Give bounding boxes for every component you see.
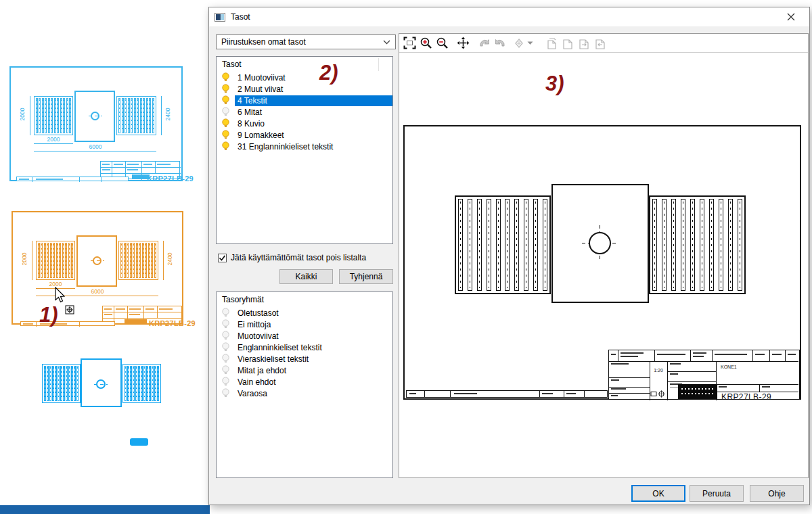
layers-list-header: Tasot bbox=[217, 57, 392, 72]
group-row[interactable]: Ei mittoja bbox=[217, 319, 392, 330]
clear-button[interactable]: Tyhjennä bbox=[339, 269, 393, 284]
dim-line bbox=[163, 241, 164, 280]
layer-row-label[interactable]: 1 Muotoviivat bbox=[235, 72, 288, 83]
ok-button[interactable]: OK bbox=[631, 485, 685, 502]
company-logo bbox=[678, 384, 717, 399]
slat bbox=[38, 243, 40, 278]
all-button[interactable]: Kaikki bbox=[279, 269, 333, 284]
close-button[interactable] bbox=[778, 7, 804, 26]
group-row-label[interactable]: Mitat ja ehdot bbox=[235, 365, 289, 376]
layer-row[interactable]: 1 Muotoviivat bbox=[217, 72, 392, 83]
group-row-label[interactable]: Muotoviivat bbox=[235, 331, 281, 342]
copy-page-icon[interactable] bbox=[576, 36, 592, 51]
title-block: 1:20 KONE1 bbox=[608, 350, 800, 400]
group-row[interactable]: Mitat ja ehdot bbox=[217, 365, 392, 376]
slat bbox=[719, 199, 723, 291]
dim-line bbox=[32, 241, 32, 280]
hide-unused-checkbox-row[interactable]: Jätä käyttämättömät tasot pois listalta bbox=[218, 253, 366, 262]
part-left-wing bbox=[42, 364, 81, 403]
layer-off-bulb-icon[interactable] bbox=[221, 388, 230, 398]
slat bbox=[60, 366, 62, 401]
copy-page-icon[interactable] bbox=[592, 36, 608, 51]
layer-row[interactable]: 2 Muut viivat bbox=[217, 83, 392, 95]
group-row-label[interactable]: Varaosa bbox=[235, 388, 270, 399]
group-row-label[interactable]: Vain ehdot bbox=[235, 377, 279, 388]
slat bbox=[681, 199, 685, 291]
layer-on-bulb-icon[interactable] bbox=[221, 118, 230, 128]
zoom-out-icon[interactable] bbox=[434, 36, 450, 51]
dim-label: 6000 bbox=[64, 288, 131, 295]
group-row[interactable]: Vain ehdot bbox=[217, 376, 392, 388]
part-right-wing bbox=[122, 364, 161, 403]
layer-off-bulb-icon[interactable] bbox=[221, 107, 230, 117]
group-row-label[interactable]: Vieraskieliset tekstit bbox=[235, 354, 311, 365]
slat bbox=[55, 366, 57, 401]
slat bbox=[62, 243, 64, 278]
slat bbox=[124, 243, 126, 278]
center-target-icon[interactable] bbox=[513, 36, 525, 51]
group-row-label[interactable]: Oletustasot bbox=[235, 308, 281, 319]
group-row-label[interactable]: Ei mittoja bbox=[235, 319, 273, 330]
zoom-in-icon[interactable] bbox=[418, 36, 434, 51]
layer-off-bulb-icon[interactable] bbox=[221, 354, 230, 364]
layers-list[interactable]: Tasot 1 Muotoviivat 2 Muut viivat 4 Teks… bbox=[216, 56, 393, 244]
slat bbox=[54, 98, 56, 133]
slat bbox=[69, 98, 71, 133]
zoom-window-icon[interactable] bbox=[401, 36, 418, 51]
copy-page-icon[interactable] bbox=[560, 36, 576, 51]
revision-strip bbox=[406, 390, 608, 398]
layer-row-label[interactable]: 8 Kuvio bbox=[235, 118, 267, 129]
layer-row[interactable]: 9 Lomakkeet bbox=[217, 129, 392, 141]
rotate-right-icon[interactable] bbox=[492, 36, 508, 51]
group-row[interactable]: Vieraskieliset tekstit bbox=[217, 353, 392, 365]
slat bbox=[487, 199, 491, 291]
slat bbox=[543, 199, 547, 291]
slat bbox=[477, 199, 482, 291]
layer-row[interactable]: 4 Tekstit bbox=[217, 95, 392, 106]
slat bbox=[143, 366, 145, 401]
dim-label: 2000 bbox=[34, 136, 73, 143]
group-row-label[interactable]: Englanninkieliset tekstit bbox=[235, 342, 325, 353]
layer-row-label[interactable]: 31 Englanninkieliset tekstit bbox=[235, 141, 336, 152]
layer-groups-list[interactable]: Tasoryhmät Oletustasot Ei mittoja Muotov… bbox=[216, 291, 393, 478]
layer-row[interactable]: 8 Kuvio bbox=[217, 118, 392, 129]
rotate-left-icon[interactable] bbox=[476, 36, 492, 51]
part-right-wing bbox=[116, 96, 156, 135]
help-button[interactable]: Ohje bbox=[750, 485, 804, 502]
layer-on-bulb-icon[interactable] bbox=[221, 84, 230, 94]
slat bbox=[127, 366, 129, 401]
dropdown-caret-icon[interactable] bbox=[525, 36, 535, 51]
slat bbox=[671, 199, 676, 291]
copy-page-icon[interactable] bbox=[543, 36, 560, 51]
layer-on-bulb-icon[interactable] bbox=[221, 141, 230, 151]
highlighted-cell bbox=[125, 319, 147, 323]
layer-off-bulb-icon[interactable] bbox=[221, 308, 230, 318]
layer-row-label[interactable]: 4 Tekstit bbox=[235, 95, 392, 106]
layer-row[interactable]: 6 Mitat bbox=[217, 106, 392, 118]
dialog-titlebar[interactable]: Tasot bbox=[209, 7, 809, 26]
layer-off-bulb-icon[interactable] bbox=[221, 331, 230, 341]
slat bbox=[146, 366, 148, 401]
layer-on-bulb-icon[interactable] bbox=[221, 130, 230, 140]
layer-on-bulb-icon[interactable] bbox=[221, 95, 230, 106]
checkbox[interactable] bbox=[218, 254, 227, 262]
layer-row-label[interactable]: 2 Muut viivat bbox=[235, 84, 286, 95]
group-row[interactable]: Englanninkieliset tekstit bbox=[217, 342, 392, 353]
group-row[interactable]: Oletustasot bbox=[217, 307, 392, 319]
group-row[interactable]: Muotoviivat bbox=[217, 330, 392, 342]
slat bbox=[140, 98, 142, 133]
layer-off-bulb-icon[interactable] bbox=[221, 377, 230, 387]
pan-icon[interactable] bbox=[455, 36, 471, 51]
layer-scope-dropdown[interactable]: Piirustuksen omat tasot bbox=[216, 34, 396, 49]
cancel-button[interactable]: Peruuta bbox=[690, 485, 744, 502]
layer-off-bulb-icon[interactable] bbox=[221, 365, 230, 375]
layer-row-label[interactable]: 6 Mitat bbox=[235, 107, 265, 118]
slat bbox=[66, 366, 68, 401]
close-icon bbox=[787, 13, 795, 21]
layer-off-bulb-icon[interactable] bbox=[221, 319, 230, 329]
group-row[interactable]: Varaosa bbox=[217, 388, 392, 399]
layer-off-bulb-icon[interactable] bbox=[221, 342, 230, 352]
layer-row[interactable]: 31 Englanninkieliset tekstit bbox=[217, 141, 392, 152]
layer-on-bulb-icon[interactable] bbox=[221, 72, 230, 83]
layer-row-label[interactable]: 9 Lomakkeet bbox=[235, 130, 287, 141]
